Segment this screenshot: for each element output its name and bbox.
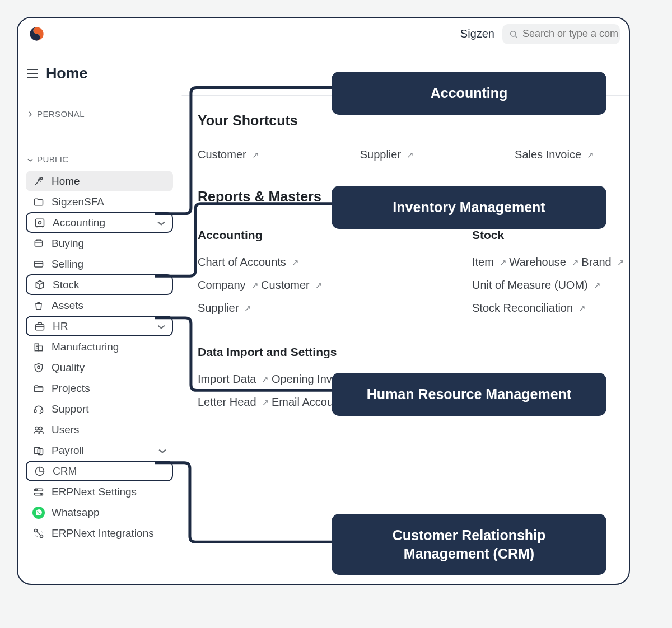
- sidebar-item-whatsapp[interactable]: Whatsapp: [26, 502, 173, 523]
- link-label: Chart of Accounts: [198, 256, 286, 269]
- external-link-icon: ↗: [315, 280, 323, 290]
- svg-point-1: [511, 31, 516, 36]
- sidebar-item-label: Support: [52, 403, 166, 415]
- external-link-icon: ↗: [572, 257, 579, 268]
- shortcut-sales-invoice[interactable]: Sales Invoice↗: [515, 148, 594, 161]
- report-link[interactable]: Company↗: [198, 279, 259, 292]
- external-link-icon: ↗: [407, 150, 414, 160]
- data-import-heading: Data Import and Settings: [198, 345, 629, 359]
- sidebar-item-erpnext-integrations[interactable]: ERPNext Integrations: [26, 523, 173, 543]
- data-import-link[interactable]: Import Data↗: [198, 373, 269, 386]
- link-label: Item: [472, 256, 494, 269]
- link-label: Customer: [261, 279, 310, 292]
- sidebar-item-users[interactable]: Users: [26, 419, 173, 440]
- search-input[interactable]: [522, 28, 620, 40]
- main-content: Your Shortcuts Customer↗ Supplier↗ Sales…: [181, 95, 629, 543]
- sidebar-item-projects[interactable]: Projects: [26, 378, 173, 399]
- chevron-right-icon: [27, 109, 34, 119]
- report-link[interactable]: Customer↗: [261, 279, 323, 292]
- sidebar-item-selling[interactable]: Selling: [26, 254, 173, 274]
- link-label: Warehouse: [509, 256, 566, 269]
- sidebar-item-label: Payroll: [52, 444, 152, 457]
- external-link-icon: ↗: [251, 280, 259, 290]
- external-link-icon: ↗: [252, 150, 259, 160]
- external-link-icon: ↗: [500, 257, 507, 268]
- sidebar-item-manufacturing[interactable]: Manufacturing: [26, 336, 173, 357]
- menu-toggle-icon[interactable]: [27, 67, 38, 81]
- external-link-icon: ↗: [594, 280, 601, 290]
- sidebar-item-erpnext-settings[interactable]: ERPNext Settings: [26, 481, 173, 502]
- shortcut-label: Sales Invoice: [515, 148, 581, 161]
- search-icon: [509, 30, 518, 39]
- report-link[interactable]: Supplier↗: [198, 302, 251, 315]
- svg-rect-16: [36, 324, 44, 330]
- external-link-icon: ↗: [262, 374, 269, 385]
- sidebar-item-payroll[interactable]: Payroll: [26, 440, 173, 461]
- company-name-label[interactable]: Sigzen: [460, 27, 494, 40]
- external-link-icon: ↗: [587, 150, 594, 160]
- report-link[interactable]: Stock Reconciliation↗: [472, 302, 586, 315]
- sidebar-section-personal[interactable]: PERSONAL: [26, 107, 173, 121]
- sidebar: Home PERSONAL PUBLIC: [18, 50, 181, 543]
- shortcut-label: Supplier: [360, 148, 401, 161]
- external-link-icon: ↗: [617, 257, 624, 268]
- sidebar-item-label: Manufacturing: [52, 341, 166, 353]
- col-accounting-title: Accounting: [198, 228, 354, 242]
- search-box[interactable]: [502, 24, 620, 44]
- data-import-link[interactable]: Letter Head↗: [198, 396, 269, 409]
- shortcut-supplier[interactable]: Supplier↗: [360, 148, 414, 161]
- shortcuts-heading: Your Shortcuts: [198, 113, 629, 129]
- project-folder-icon: [32, 382, 45, 395]
- sidebar-item-buying[interactable]: Buying: [26, 233, 173, 254]
- sidebar-item-label: Buying: [52, 237, 166, 250]
- whatsapp-icon: [32, 507, 45, 519]
- external-link-icon: ↗: [578, 303, 586, 313]
- sidebar-item-quality[interactable]: Quality: [26, 357, 173, 378]
- sidebar-section-public[interactable]: PUBLIC: [26, 152, 173, 166]
- sidebar-item-sigzensfa[interactable]: SigzenSFA: [26, 191, 173, 212]
- svg-point-6: [40, 177, 42, 179]
- svg-point-27: [35, 427, 39, 430]
- svg-rect-13: [35, 261, 43, 267]
- chevron-down-icon: [157, 217, 165, 229]
- sidebar-item-hr[interactable]: HR: [26, 316, 173, 336]
- sidebar-item-label: Quality: [52, 362, 166, 374]
- sidebar-item-label: ERPNext Integrations: [52, 527, 166, 540]
- sidebar-section-personal-label: PERSONAL: [37, 109, 85, 119]
- sidebar-item-label: Selling: [52, 258, 166, 270]
- sidebar-item-stock[interactable]: Stock: [26, 274, 173, 295]
- sidebar-item-assets[interactable]: Assets: [26, 295, 173, 316]
- link-label: Letter Head: [198, 396, 256, 409]
- sidebar-item-label: Projects: [52, 382, 166, 395]
- shield-icon: [32, 362, 45, 374]
- sidebar-item-crm[interactable]: CRM: [26, 461, 173, 481]
- report-link[interactable]: Unit of Measure (UOM)↗: [472, 279, 601, 292]
- svg-rect-26: [41, 409, 43, 412]
- sidebar-item-accounting[interactable]: Accounting: [26, 212, 173, 233]
- svg-point-23: [38, 366, 40, 368]
- link-label: Unit of Measure (UOM): [472, 279, 588, 292]
- shortcut-customer[interactable]: Customer↗: [198, 148, 259, 161]
- chevron-down-icon: [158, 444, 166, 457]
- chevron-down-icon: [157, 320, 165, 332]
- sidebar-item-home[interactable]: Home: [26, 171, 173, 191]
- chevron-down-icon: [27, 154, 34, 164]
- sidebar-item-label: HR: [53, 320, 151, 332]
- box-icon: [34, 279, 46, 291]
- report-link[interactable]: Item↗: [472, 256, 507, 269]
- sidebar-item-label: Home: [52, 175, 166, 188]
- report-link[interactable]: Brand↗: [581, 256, 624, 269]
- svg-point-35: [40, 493, 42, 495]
- sidebar-item-label: Stock: [53, 279, 165, 291]
- external-link-icon: ↗: [262, 397, 269, 407]
- sidebar-item-label: CRM: [53, 465, 165, 477]
- report-link[interactable]: Chart of Accounts↗: [198, 256, 299, 269]
- external-link-icon: ↗: [244, 303, 251, 313]
- sidebar-item-support[interactable]: Support: [26, 399, 173, 419]
- svg-rect-25: [35, 409, 36, 412]
- sidebar-item-label: Users: [52, 424, 166, 436]
- topbar: Sigzen: [18, 18, 629, 50]
- report-link[interactable]: Warehouse↗: [509, 256, 579, 269]
- sidebar-item-label: Whatsapp: [52, 507, 166, 519]
- link-label: Company: [198, 279, 246, 292]
